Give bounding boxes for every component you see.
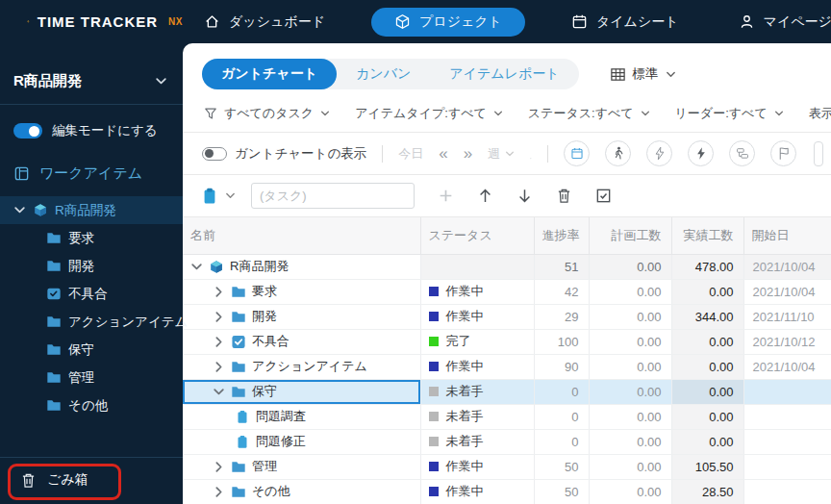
edit-mode-toggle[interactable]: 編集モードにする [0, 105, 183, 149]
multi-select-icon[interactable] [595, 188, 612, 204]
app-logo[interactable]: TIME TRACKER NX [0, 10, 183, 35]
cell-name[interactable]: 保守 [183, 379, 420, 404]
sidebar-item-workitem[interactable]: ワークアイテム [0, 149, 183, 192]
table-row[interactable]: R商品開発510.00478.002021/10/04 [183, 254, 831, 279]
table-row[interactable]: 問題修正未着手00.000.00 [183, 429, 831, 454]
milestone-button[interactable] [770, 140, 796, 166]
nav-project[interactable]: プロジェクト [371, 8, 525, 37]
cell-planned-hours: 0.00 [589, 279, 671, 304]
tree-item-label: 要求 [68, 230, 94, 247]
col-header-name[interactable]: 名前 [183, 217, 420, 254]
chevron-down-icon[interactable] [213, 386, 225, 398]
cell-name[interactable]: 管理 [183, 454, 420, 479]
chevron-down-icon[interactable] [13, 204, 26, 216]
folder-icon [231, 385, 246, 399]
nav-dashboard[interactable]: ダッシュボード [190, 8, 339, 37]
cell-name[interactable]: 問題修正 [183, 429, 420, 454]
new-task-input[interactable] [251, 183, 415, 209]
work-item-table: 名前 ステータス 進捗率 計画工数 実績工数 開始日 R商品開発510.0047… [183, 216, 831, 504]
filter-all-tasks[interactable]: すべてのタスク [204, 105, 330, 122]
critical-path-filled-button[interactable] [688, 140, 714, 166]
view-preset-selector[interactable]: 標準 [610, 65, 676, 83]
chevron-down-icon[interactable] [225, 190, 236, 201]
tab-kanban[interactable]: カンバン [337, 59, 430, 89]
status-color-badge [429, 462, 439, 471]
move-down-icon[interactable] [516, 188, 533, 204]
chevron-down-icon[interactable] [190, 261, 203, 273]
move-up-icon[interactable] [477, 188, 493, 204]
item-name-label: アクションアイテム [252, 358, 367, 375]
table-row[interactable]: その他作業中500.0028.50 [183, 479, 831, 504]
calendar-view-button[interactable] [564, 140, 590, 166]
cell-name[interactable]: その他 [183, 479, 420, 504]
sidebar-tree-item[interactable]: 開発 [0, 252, 183, 280]
col-header-actual[interactable]: 実績工数 [671, 217, 743, 254]
sidebar-tree-item[interactable]: その他 [0, 391, 183, 419]
chevron-right-icon[interactable] [213, 361, 225, 373]
period-label: 週 [488, 145, 500, 163]
timescale-icon[interactable] [530, 146, 532, 162]
filter-leader[interactable]: リーダー:すべて [675, 105, 784, 122]
folder-icon [231, 485, 246, 499]
chevron-right-icon[interactable] [213, 311, 225, 323]
gantt-visibility-toggle[interactable] [202, 147, 227, 161]
chevron-right-icon[interactable] [213, 486, 225, 498]
sidebar-tree-item[interactable]: 不具合 [0, 280, 183, 308]
cell-progress: 90 [534, 354, 589, 379]
chevron-down-icon [774, 109, 784, 118]
sidebar-item-trash[interactable]: ごみ箱 [0, 471, 183, 489]
filter-status[interactable]: ステータス:すべて [528, 105, 650, 122]
period-selector[interactable]: 週 [488, 145, 515, 163]
nav-timesheet[interactable]: タイムシート [558, 8, 692, 37]
sidebar-tree-item[interactable]: 要求 [0, 224, 183, 252]
dependency-button[interactable] [729, 140, 755, 166]
lightning-filled-icon [694, 146, 708, 161]
table-row[interactable]: アクションアイテム作業中900.000.002021/10/04 [183, 354, 831, 379]
delete-task-icon[interactable] [556, 188, 572, 204]
app-window: TIME TRACKER NX ダッシュボード プロジェクト タイムシート マイ… [0, 0, 831, 504]
cell-name[interactable]: 要求 [183, 279, 420, 304]
cell-name[interactable]: アクションアイテム [183, 354, 420, 379]
next-period-button[interactable]: » [464, 145, 472, 162]
tab-item-report[interactable]: アイテムレポート [430, 59, 578, 89]
sidebar-tree-item[interactable]: 管理 [0, 364, 183, 391]
project-selector[interactable]: R商品開発 [0, 43, 183, 104]
tab-gantt-chart[interactable]: ガントチャート [202, 59, 337, 89]
col-header-status[interactable]: ステータス [420, 217, 534, 254]
table-row[interactable]: 管理作業中500.00105.50 [183, 454, 831, 479]
chevron-right-icon[interactable] [213, 286, 225, 298]
tree-item-label: 開発 [68, 258, 94, 275]
today-button[interactable]: 今日 [398, 145, 423, 163]
table-row[interactable]: 保守未着手00.000.00 [183, 379, 831, 404]
sidebar-tree-item[interactable]: アクションアイテム [0, 308, 183, 336]
sidebar-tree-item[interactable]: 保守 [0, 336, 183, 364]
filter-display-level[interactable]: 表示階層:レベル [809, 105, 831, 122]
nav-mypage[interactable]: マイページ [725, 8, 831, 37]
gantt-search-input[interactable] [814, 141, 823, 166]
critical-path-button[interactable] [646, 140, 672, 166]
filter-item-type[interactable]: アイテムタイプ:すべて [355, 105, 503, 122]
col-header-planned[interactable]: 計画工数 [589, 217, 671, 254]
progress-line-button[interactable] [605, 140, 631, 166]
table-row[interactable]: 問題調査未着手00.000.00 [183, 404, 831, 429]
sidebar-tree-item[interactable]: R商品開発 [0, 196, 183, 224]
col-header-start-date[interactable]: 開始日 [743, 217, 831, 254]
task-type-icon[interactable] [202, 188, 217, 205]
prev-period-button[interactable]: « [439, 145, 447, 162]
chevron-right-icon[interactable] [213, 461, 225, 473]
table-header-row: 名前 ステータス 進捗率 計画工数 実績工数 開始日 [183, 217, 831, 254]
chevron-right-icon[interactable] [213, 336, 225, 348]
table-row[interactable]: 開発作業中290.00344.002021/11/10 [183, 304, 831, 329]
cell-progress: 42 [534, 279, 589, 304]
cell-name[interactable]: 開発 [183, 304, 420, 329]
cell-name[interactable]: R商品開発 [183, 254, 420, 279]
cell-name[interactable]: 不具合 [183, 329, 420, 354]
cell-name[interactable]: 問題調査 [183, 404, 420, 429]
table-row[interactable]: 不具合完了1000.000.002021/10/12 [183, 329, 831, 354]
add-task-icon[interactable] [438, 188, 454, 204]
table-row[interactable]: 要求作業中420.000.002021/10/04 [183, 279, 831, 304]
cell-actual-hours: 478.00 [671, 254, 743, 279]
col-header-progress[interactable]: 進捗率 [534, 217, 589, 254]
toggle-on-icon[interactable] [13, 123, 42, 139]
cube-icon [33, 203, 48, 217]
